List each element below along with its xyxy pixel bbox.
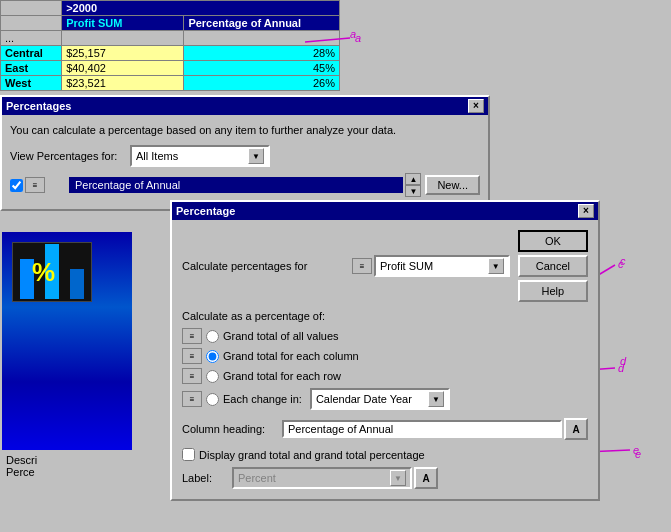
percentage-item: Percentage of Annual	[69, 177, 403, 193]
radio-row-1: ≡ Grand total of all values	[182, 328, 588, 344]
radio-icon-2: ≡	[182, 348, 202, 364]
radio-label-3: Grand total for each row	[223, 370, 341, 382]
subdialog-titlebar: Percentage ×	[172, 202, 598, 220]
col-heading-input[interactable]	[282, 420, 562, 438]
view-for-row: View Percentages for: All Items ▼	[10, 145, 480, 167]
calc-for-select[interactable]: Profit SUM ▼	[374, 255, 510, 277]
radio-each-row[interactable]	[206, 370, 219, 383]
label-select[interactable]: Percent ▼	[232, 467, 412, 489]
label-arrow[interactable]: ▼	[390, 470, 406, 486]
pct-east: 45%	[184, 61, 340, 76]
pct-header: Percentage of Annual	[184, 16, 340, 31]
percentage-subdialog: Percentage × Calculate percentages for ≡…	[170, 200, 600, 501]
display-grand-label: Display grand total and grand total perc…	[199, 449, 425, 461]
calc-for-row: Calculate percentages for ≡ Profit SUM ▼…	[182, 230, 588, 302]
radio-label-2: Grand total for each column	[223, 350, 359, 362]
percentages-title: Percentages	[6, 100, 71, 112]
left-image-panel: % Descri Perce	[2, 232, 132, 482]
list-up-btn[interactable]: ▲	[405, 173, 421, 185]
calc-for-arrow[interactable]: ▼	[488, 258, 504, 274]
all-items-value: All Items	[136, 150, 178, 162]
new-button[interactable]: New...	[425, 175, 480, 195]
radio-icon-1: ≡	[182, 328, 202, 344]
cancel-button[interactable]: Cancel	[518, 255, 588, 277]
radio-label-4: Each change in:	[223, 393, 302, 405]
percentage-icon: ≡	[25, 177, 45, 193]
annotation-a: a	[350, 28, 356, 40]
description-line2: Perce	[6, 466, 35, 478]
help-button[interactable]: Help	[518, 280, 588, 302]
all-items-select[interactable]: All Items ▼	[130, 145, 270, 167]
profit-west: $23,521	[62, 76, 184, 91]
spreadsheet: >2000 Profit SUM Percentage of Annual ..…	[0, 0, 340, 91]
calc-for-label: Calculate percentages for	[182, 260, 352, 272]
each-change-arrow[interactable]: ▼	[428, 391, 444, 407]
each-change-value: Calendar Date Year	[316, 393, 412, 405]
radio-label-1: Grand total of all values	[223, 330, 339, 342]
radio-group: ≡ Grand total of all values ≡ Grand tota…	[182, 328, 588, 410]
ok-button[interactable]: OK	[518, 230, 588, 252]
percentage-item-label: Percentage of Annual	[75, 179, 180, 191]
percentages-dialog: Percentages × % Descri Perce	[0, 95, 490, 211]
label-value: Percent	[238, 472, 276, 484]
description-area: Descri Perce	[2, 450, 132, 482]
radio-icon-3: ≡	[182, 368, 202, 384]
year-cell: >2000	[62, 1, 340, 16]
profit-central: $25,157	[62, 46, 184, 61]
pct-central: 28%	[184, 46, 340, 61]
subdialog-body: Calculate percentages for ≡ Profit SUM ▼…	[172, 220, 598, 499]
radio-all-values[interactable]	[206, 330, 219, 343]
percentage-checkbox[interactable]	[10, 179, 23, 192]
region-west: West	[1, 76, 62, 91]
radio-each-column[interactable]	[206, 350, 219, 363]
radio-row-3: ≡ Grand total for each row	[182, 368, 588, 384]
percentages-body: You can calculate a percentage based on …	[2, 115, 488, 209]
region-east: East	[1, 61, 62, 76]
calc-for-value: Profit SUM	[380, 260, 433, 272]
col-heading-label: Column heading:	[182, 423, 282, 435]
annotation-d: d	[620, 355, 626, 367]
radio-row-4: ≡ Each change in: Calendar Date Year ▼	[182, 388, 588, 410]
all-items-arrow[interactable]: ▼	[248, 148, 264, 164]
subdialog-title: Percentage	[176, 205, 235, 217]
label-format-btn[interactable]: A	[414, 467, 438, 489]
percentages-description: You can calculate a percentage based on …	[10, 123, 480, 137]
region-central: Central	[1, 46, 62, 61]
pct-west: 26%	[184, 76, 340, 91]
percentages-close-button[interactable]: ×	[468, 99, 484, 113]
calc-for-icon: ≡	[352, 258, 372, 274]
col-heading-format-btn[interactable]: A	[564, 418, 588, 440]
column-heading-row: Column heading: A	[182, 418, 588, 440]
description-line1: Descri	[6, 454, 37, 466]
percentage-checkbox-row: ≡ Percentage of Annual ▲ ▼ New...	[10, 173, 480, 197]
subdialog-close-button[interactable]: ×	[578, 204, 594, 218]
label-row: Label: Percent ▼ A	[182, 467, 588, 489]
annotation-e: e	[635, 448, 641, 460]
calc-as-label: Calculate as a percentage of:	[182, 310, 588, 322]
radio-icon-4: ≡	[182, 391, 202, 407]
percentages-titlebar: Percentages ×	[2, 97, 488, 115]
display-grand-checkbox[interactable]	[182, 448, 195, 461]
display-grand-row: Display grand total and grand total perc…	[182, 448, 588, 461]
list-down-btn[interactable]: ▼	[405, 185, 421, 197]
profit-header: Profit SUM	[62, 16, 184, 31]
annotation-c: c	[620, 255, 626, 267]
view-for-label: View Percentages for:	[10, 150, 130, 162]
profit-east: $40,402	[62, 61, 184, 76]
each-change-select[interactable]: Calendar Date Year ▼	[310, 388, 450, 410]
label-label: Label:	[182, 472, 232, 484]
radio-each-change[interactable]	[206, 393, 219, 406]
radio-row-2: ≡ Grand total for each column	[182, 348, 588, 364]
